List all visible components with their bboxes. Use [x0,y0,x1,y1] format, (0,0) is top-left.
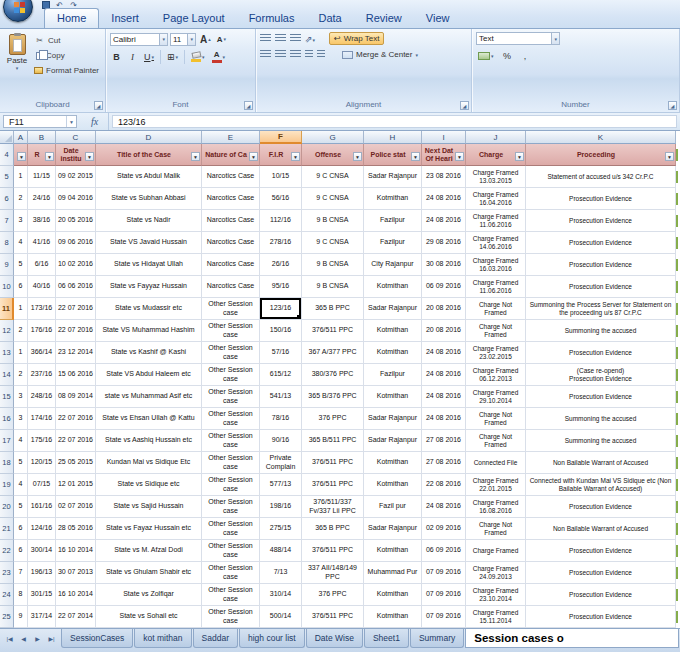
cell-B6[interactable]: 24/16 [28,188,56,210]
cell-I13[interactable]: 24 08 2016 [422,342,466,364]
cell-I21[interactable]: 02 09 2016 [422,518,466,540]
row-header-12[interactable]: 12 [0,320,14,342]
cell-F9[interactable]: 26/16 [260,254,302,276]
copy-button[interactable]: Copy [32,49,101,62]
cell-D18[interactable]: Kundan Mai vs Sidique Etc [96,452,202,474]
cell-C13[interactable]: 23 12 2014 [56,342,96,364]
cell-E24[interactable]: Other Session case [202,584,260,606]
cell-K15[interactable]: Prosecution Evidence [526,386,676,408]
cell-C16[interactable]: 22 07 2016 [56,408,96,430]
cell-K14[interactable]: (Case re-opend) Prosecution Evidence [526,364,676,386]
cell-D14[interactable]: State VS Abdul Haleem etc [96,364,202,386]
cell-A24[interactable]: 8 [14,584,28,606]
cell-A15[interactable]: 3 [14,386,28,408]
cell-C17[interactable]: 22 07 2016 [56,430,96,452]
column-header-proceeding[interactable]: Proceeding▼ [526,144,676,166]
cell-E14[interactable]: Other Session case [202,364,260,386]
filter-icon-a[interactable]: ▼ [17,152,26,161]
tab-nav-first[interactable]: |◀ [3,633,16,646]
cell-F7[interactable]: 112/16 [260,210,302,232]
filter-icon-j[interactable]: ▼ [515,152,524,161]
cell-J23[interactable]: Charge Framed 24.09.2013 [466,562,526,584]
cell-H19[interactable]: Kotmithan [364,474,422,496]
column-letter-g[interactable]: G [302,131,364,144]
sheet-tab-summary[interactable]: Summary [410,629,464,648]
cell-D15[interactable]: state vs Muhammad Asif etc [96,386,202,408]
cell-J19[interactable]: Charge Framed 22.01.2015 [466,474,526,496]
column-letter-a[interactable]: A [14,131,28,144]
cell-K19[interactable]: Connected with Kundan Mai VS Sidique etc… [526,474,676,496]
cell-H24[interactable]: Kotmithan [364,584,422,606]
cell-I12[interactable]: 20 08 2016 [422,320,466,342]
filter-icon-h[interactable]: ▼ [411,152,420,161]
cell-K24[interactable]: Prosecution Evidence [526,584,676,606]
cell-H15[interactable]: Kotmithan [364,386,422,408]
column-letter-k[interactable]: K [526,131,676,144]
cell-B7[interactable]: 38/16 [28,210,56,232]
italic-button[interactable]: I [126,50,139,64]
align-top-button[interactable] [260,34,271,43]
cell-J15[interactable]: Charge Framed 29.10.2014 [466,386,526,408]
cell-A17[interactable]: 4 [14,430,28,452]
cell-A9[interactable]: 5 [14,254,28,276]
cell-E12[interactable]: Other Session case [202,320,260,342]
cell-F19[interactable]: 577/13 [260,474,302,496]
cell-G5[interactable]: 9 C CNSA [302,166,364,188]
cell-G14[interactable]: 380/376 PPC [302,364,364,386]
cell-H23[interactable]: Muhammad Pur [364,562,422,584]
cell-K7[interactable]: Prosecution Evidence [526,210,676,232]
cell-E7[interactable]: Narcotics Case [202,210,260,232]
cell-J25[interactable]: Charge Framed 15.11.2014 [466,606,526,628]
cell-C9[interactable]: 10 02 2016 [56,254,96,276]
align-left-button[interactable] [260,50,271,59]
cell-I22[interactable]: 06 09 2016 [422,540,466,562]
column-header-offense[interactable]: Offense▼ [302,144,364,166]
cell-K9[interactable]: Prosecution Evidence [526,254,676,276]
column-header-charge[interactable]: Charge▼ [466,144,526,166]
cell-K25[interactable]: Prosecution Evidence [526,606,676,628]
cell-G12[interactable]: 376/511 PPC [302,320,364,342]
cell-G15[interactable]: 365 B/376 PPC [302,386,364,408]
cell-I16[interactable]: 24 08 2016 [422,408,466,430]
cell-H17[interactable]: Sadar Rajanpur [364,430,422,452]
ribbon-tab-page-layout[interactable]: Page Layout [151,9,237,28]
fill-color-button[interactable]: ▾ [189,50,207,64]
cell-E6[interactable]: Narcotics Case [202,188,260,210]
row-header-22[interactable]: 22 [0,540,14,562]
cell-E22[interactable]: Other Session case [202,540,260,562]
font-size-select[interactable]: 11 ▾ [170,33,196,46]
cell-F17[interactable]: 90/16 [260,430,302,452]
cell-H22[interactable]: Kotmithan [364,540,422,562]
cell-G21[interactable]: 365 B PPC [302,518,364,540]
cell-E15[interactable]: Other Session case [202,386,260,408]
cell-H12[interactable]: Kotmithan [364,320,422,342]
cell-D25[interactable]: State vs Sohail etc [96,606,202,628]
cell-F5[interactable]: 10/15 [260,166,302,188]
cell-D7[interactable]: State vs Nadir [96,210,202,232]
column-letter-d[interactable]: D [96,131,202,144]
cell-K22[interactable]: Prosecution Evidence [526,540,676,562]
column-letter-f[interactable]: F [260,131,302,144]
cut-button[interactable]: ✂ Cut [32,34,101,47]
filter-icon-i[interactable]: ▼ [455,152,464,161]
cell-F8[interactable]: 278/16 [260,232,302,254]
cell-D12[interactable]: State VS Muhammad Hashim [96,320,202,342]
cell-K20[interactable]: Prosecution Evidence [526,496,676,518]
cell-D17[interactable]: State vs Aashiq Hussain etc [96,430,202,452]
sheet-tab-saddar[interactable]: Saddar [193,629,238,648]
cell-B12[interactable]: 176/16 [28,320,56,342]
cell-H25[interactable]: Kotmithan [364,606,422,628]
cell-E20[interactable]: Other Session case [202,496,260,518]
column-letter-j[interactable]: J [466,131,526,144]
cell-J20[interactable]: Charge Framed 16.08.2016 [466,496,526,518]
cell-J8[interactable]: Charge Framed 14.06.2016 [466,232,526,254]
cell-B17[interactable]: 175/16 [28,430,56,452]
row-header-8[interactable]: 8 [0,232,14,254]
ribbon-tab-view[interactable]: View [414,9,462,28]
cell-G11[interactable]: 365 B PPC [302,298,364,320]
align-right-button[interactable] [290,50,301,59]
decrease-indent-button[interactable] [305,50,313,59]
cell-I7[interactable]: 24 08 2016 [422,210,466,232]
row-header-16[interactable]: 16 [0,408,14,430]
align-bottom-button[interactable] [290,34,301,43]
